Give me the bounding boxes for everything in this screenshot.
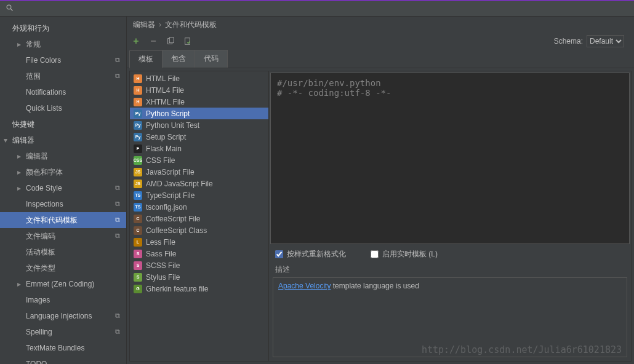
sidebar-item-label: TODO bbox=[26, 360, 47, 364]
sidebar-item-10[interactable]: ▸Code Style⧉ bbox=[0, 180, 126, 196]
template-item-label: SCSS File bbox=[146, 261, 180, 270]
description-box: Apache Velocity template language is use… bbox=[273, 277, 627, 357]
template-item-3[interactable]: PyPython Script bbox=[130, 108, 268, 119]
template-item-0[interactable]: HHTML File bbox=[130, 73, 268, 84]
template-item-label: CoffeeScript File bbox=[146, 215, 200, 223]
sidebar-item-label: Notifications bbox=[26, 88, 66, 97]
file-type-icon: S bbox=[134, 261, 142, 270]
sidebar-item-label: Inspections bbox=[26, 200, 63, 208]
remove-button[interactable]: − bbox=[148, 36, 159, 47]
template-item-label: XHTML File bbox=[146, 98, 185, 106]
svg-line-1 bbox=[11, 9, 13, 11]
chevron-right-icon: ▸ bbox=[17, 40, 21, 49]
sidebar-item-7[interactable]: ▾编辑器 bbox=[0, 132, 126, 148]
live-template-checkbox[interactable]: 启用实时模板 (L) bbox=[371, 249, 438, 259]
project-level-icon: ⧉ bbox=[115, 328, 120, 336]
template-item-4[interactable]: PyPython Unit Test bbox=[130, 119, 268, 131]
sidebar-item-19[interactable]: Spelling⧉ bbox=[0, 324, 126, 340]
sidebar-item-3[interactable]: 范围⧉ bbox=[0, 68, 126, 84]
sidebar-item-16[interactable]: ▸Emmet (Zen Coding) bbox=[0, 276, 126, 292]
template-item-13[interactable]: CCoffeeScript Class bbox=[130, 224, 268, 236]
template-item-11[interactable]: TStsconfig.json bbox=[130, 201, 268, 213]
live-cb-input[interactable] bbox=[371, 250, 379, 258]
apache-velocity-link[interactable]: Apache Velocity bbox=[278, 282, 331, 290]
file-type-icon: F bbox=[134, 144, 142, 153]
file-type-icon: H bbox=[134, 98, 142, 106]
template-item-12[interactable]: CCoffeeScript File bbox=[130, 213, 268, 224]
chevron-right-icon: ▸ bbox=[17, 280, 21, 288]
breadcrumb-sep: › bbox=[159, 20, 161, 29]
schema-select[interactable]: Default bbox=[587, 35, 624, 47]
template-item-label: CSS File bbox=[146, 156, 175, 165]
template-item-label: Flask Main bbox=[146, 144, 182, 153]
template-item-1[interactable]: HHTML4 File bbox=[130, 84, 268, 96]
template-list[interactable]: HHTML FileHHTML4 FileHXHTML FilePyPython… bbox=[130, 71, 269, 361]
template-item-2[interactable]: HXHTML File bbox=[130, 96, 268, 108]
template-item-5[interactable]: PySetup Script bbox=[130, 131, 268, 143]
sidebar-item-label: Code Style bbox=[26, 184, 62, 192]
sidebar-item-label: 文件类型 bbox=[26, 263, 55, 274]
description-label: 描述 bbox=[269, 263, 631, 276]
template-item-7[interactable]: CSSCSS File bbox=[130, 154, 268, 166]
template-item-8[interactable]: JSJavaScript File bbox=[130, 166, 268, 178]
file-type-icon: JS bbox=[134, 180, 142, 188]
sidebar-item-15[interactable]: 文件类型 bbox=[0, 260, 126, 276]
file-type-icon: C bbox=[134, 215, 142, 223]
breadcrumb: 编辑器 › 文件和代码模板 bbox=[127, 17, 634, 33]
file-type-icon: C bbox=[134, 226, 142, 235]
sidebar-item-11[interactable]: Inspections⧉ bbox=[0, 196, 126, 212]
file-type-icon: Py bbox=[134, 109, 142, 118]
sidebar-item-label: 编辑器 bbox=[12, 135, 34, 146]
sidebar-item-4[interactable]: Notifications bbox=[0, 84, 126, 100]
template-item-6[interactable]: FFlask Main bbox=[130, 143, 268, 154]
template-editor[interactable]: #/usr/bin/env.python # -*- coding:utf-8 … bbox=[270, 73, 630, 244]
tab-2[interactable]: 代码 bbox=[195, 50, 228, 68]
search-input[interactable] bbox=[4, 2, 119, 15]
sidebar-item-label: Language Injections bbox=[26, 312, 92, 320]
settings-tree[interactable]: 外观和行为▸常规File Colors⧉范围⧉NotificationsQuic… bbox=[0, 17, 127, 364]
template-item-14[interactable]: LLess File bbox=[130, 236, 268, 248]
sidebar-item-5[interactable]: Quick Lists bbox=[0, 100, 126, 116]
sidebar-item-14[interactable]: 活动模板 bbox=[0, 244, 126, 260]
revert-button[interactable] bbox=[182, 36, 193, 47]
add-button[interactable]: + bbox=[130, 36, 142, 47]
template-item-15[interactable]: SSass File bbox=[130, 248, 268, 259]
breadcrumb-current: 文件和代码模板 bbox=[165, 20, 217, 30]
sidebar-item-2[interactable]: File Colors⧉ bbox=[0, 52, 126, 68]
file-type-icon: TS bbox=[134, 191, 142, 200]
breadcrumb-root[interactable]: 编辑器 bbox=[133, 20, 155, 30]
sidebar-item-18[interactable]: Language Injections⧉ bbox=[0, 308, 126, 324]
sidebar-item-12[interactable]: 文件和代码模板⧉ bbox=[0, 212, 126, 228]
sidebar-item-17[interactable]: Images bbox=[0, 292, 126, 308]
template-item-label: Setup Script bbox=[146, 133, 186, 141]
sidebar-item-1[interactable]: ▸常规 bbox=[0, 36, 126, 52]
tab-1[interactable]: 包含 bbox=[162, 50, 195, 68]
sidebar-item-20[interactable]: TextMate Bundles bbox=[0, 340, 126, 356]
template-item-17[interactable]: SStylus File bbox=[130, 271, 268, 283]
sidebar-item-21[interactable]: TODO bbox=[0, 356, 126, 364]
template-item-9[interactable]: JSAMD JavaScript File bbox=[130, 178, 268, 189]
tab-0[interactable]: 模板 bbox=[129, 50, 163, 68]
project-level-icon: ⧉ bbox=[115, 56, 120, 64]
reformat-checkbox[interactable]: 按样式重新格式化 bbox=[275, 249, 346, 259]
template-item-label: Sass File bbox=[146, 250, 176, 258]
project-level-icon: ⧉ bbox=[115, 72, 120, 80]
sidebar-item-label: 范围 bbox=[26, 71, 41, 82]
sidebar-item-label: 常规 bbox=[26, 39, 41, 50]
template-item-16[interactable]: SSCSS File bbox=[130, 259, 268, 271]
reformat-cb-input[interactable] bbox=[275, 250, 283, 258]
template-item-label: AMD JavaScript File bbox=[146, 180, 213, 188]
schema-label: Schema: bbox=[554, 37, 583, 46]
sidebar-item-9[interactable]: ▸颜色和字体 bbox=[0, 164, 126, 180]
file-type-icon: H bbox=[134, 86, 142, 95]
copy-button[interactable] bbox=[165, 36, 176, 47]
sidebar-item-6[interactable]: 快捷键 bbox=[0, 116, 126, 132]
sidebar-item-8[interactable]: ▸编辑器 bbox=[0, 148, 126, 164]
sidebar-item-label: 颜色和字体 bbox=[26, 167, 63, 178]
template-item-18[interactable]: GGherkin feature file bbox=[130, 283, 268, 295]
sidebar-item-0[interactable]: 外观和行为 bbox=[0, 20, 126, 36]
template-item-label: JavaScript File bbox=[146, 168, 195, 176]
template-item-label: Stylus File bbox=[146, 273, 180, 282]
sidebar-item-13[interactable]: 文件编码⧉ bbox=[0, 228, 126, 244]
template-item-10[interactable]: TSTypeScript File bbox=[130, 189, 268, 201]
